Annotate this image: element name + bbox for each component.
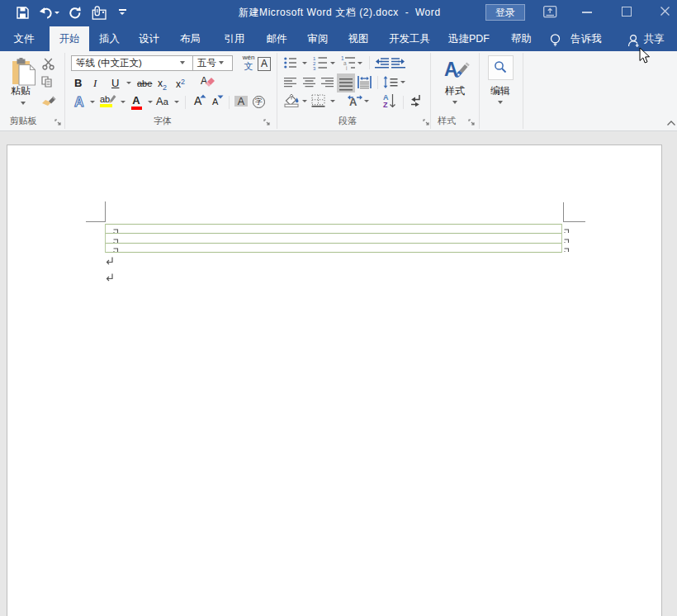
svg-text:3: 3 [313, 66, 316, 71]
svg-text:A: A [201, 75, 207, 87]
svg-text:i: i [346, 65, 347, 71]
svg-text:A: A [74, 95, 84, 109]
svg-text:ab: ab [100, 94, 110, 104]
